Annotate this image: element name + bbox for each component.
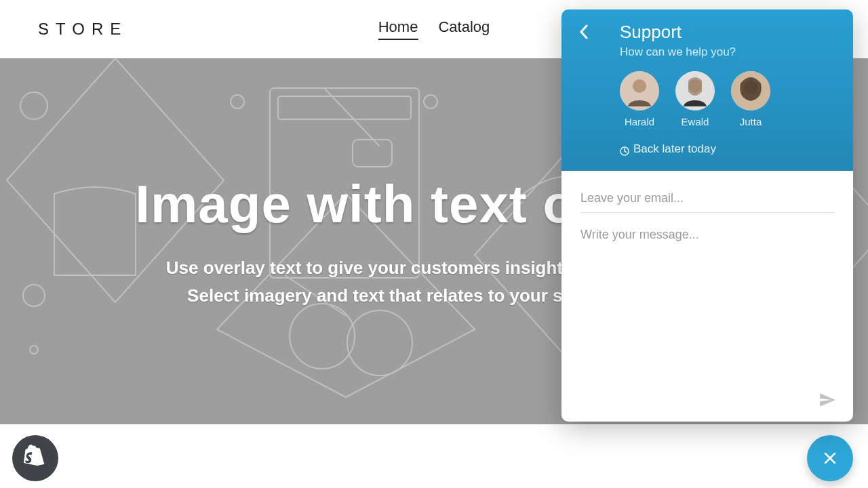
chat-close-button[interactable] (807, 435, 853, 481)
chat-body (561, 171, 853, 422)
shopify-icon (22, 445, 48, 472)
email-field[interactable] (580, 184, 834, 213)
brand-logo: STORE (38, 20, 127, 39)
chat-back-button[interactable] (576, 24, 591, 39)
nav-links: Home Catalog (378, 18, 490, 40)
agent-jutta: Jutta (731, 71, 770, 127)
chat-widget: Support How can we help you? Harald Ewal… (561, 9, 853, 422)
agent-name: Jutta (740, 116, 762, 127)
agent-list: Harald Ewald Jutta (620, 71, 834, 127)
chat-status: Back later today (620, 142, 834, 156)
agent-ewald: Ewald (675, 71, 715, 127)
agent-harald: Harald (620, 71, 659, 127)
chat-header: Support How can we help you? Harald Ewal… (561, 9, 853, 171)
avatar (731, 71, 770, 110)
send-button[interactable] (816, 389, 838, 411)
agent-name: Ewald (682, 116, 709, 127)
clock-icon (620, 146, 627, 152)
avatar (675, 71, 715, 110)
chat-subtitle: How can we help you? (620, 45, 834, 59)
message-field[interactable] (580, 218, 834, 300)
chat-title: Support (620, 22, 834, 43)
shopify-badge[interactable] (12, 435, 58, 481)
svg-point-22 (633, 79, 646, 93)
chevron-left-icon (579, 24, 589, 39)
nav-catalog[interactable]: Catalog (438, 18, 490, 40)
send-icon (818, 391, 836, 409)
avatar (620, 71, 659, 110)
chat-status-text: Back later today (633, 142, 716, 156)
agent-name: Harald (625, 116, 654, 127)
close-icon (822, 450, 838, 466)
nav-home[interactable]: Home (378, 18, 418, 40)
